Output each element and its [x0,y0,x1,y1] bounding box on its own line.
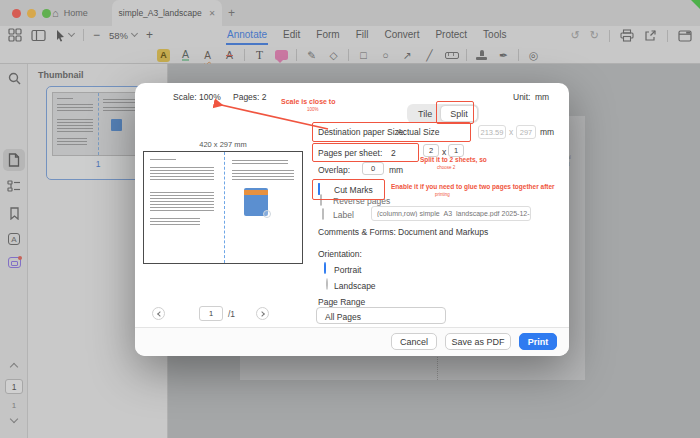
print-preview [143,151,303,264]
preview-text-lines [232,170,294,180]
preview-text-lines [150,192,214,213]
pages-per-sheet-value[interactable]: 2 [391,148,396,158]
preview-text-lines [150,218,200,226]
mode-segmented-control: Tile Split [407,104,479,123]
preview-text-lines [232,160,288,166]
preview-page-input[interactable] [199,306,223,321]
preview-graphic-magnifier [263,210,271,218]
grid-times: x [442,147,446,157]
pages-count-label: Pages: 2 [233,92,267,102]
landscape-radio[interactable] [326,278,328,290]
label-text-input[interactable] [371,206,531,221]
label-label: Label [333,210,354,220]
annotation-note-split: Split it to 2 sheets, so [420,156,487,163]
overlap-label: Overlap: [318,165,350,175]
save-as-pdf-button[interactable]: Save as PDF [445,333,511,350]
print-split-dialog: Scale: 100% Pages: 2 Unit: mm Tile Split… [135,83,569,356]
scale-label: Scale: 100% [173,92,221,102]
grid-cols-field[interactable] [423,144,439,157]
chevron-right-icon [259,311,265,317]
sheet-size-unit: mm [540,127,554,137]
chevron-left-icon [157,311,163,317]
unit-label: Unit: [513,92,530,102]
annotation-note-scale-sub: 100% [307,107,319,112]
destination-label: Destination paper Size: [318,127,406,137]
preview-size-label: 420 x 297 mm [143,140,303,149]
destination-value[interactable]: Actual Size [397,127,440,137]
preview-text-lines [150,159,176,161]
annotation-note-split-sub: choose 2 [437,165,455,170]
page-range-label: Page Range [318,297,365,307]
grid-rows-field[interactable] [448,144,464,157]
portrait-label: Portrait [334,265,361,275]
sheet-size-times: x [509,127,513,137]
page-range-value: All Pages [325,312,361,322]
label-checkbox[interactable] [322,208,324,220]
sheet-width-field[interactable] [478,125,506,139]
cancel-button[interactable]: Cancel [391,333,437,350]
overlap-unit: mm [389,165,403,175]
annotation-note-cut-marks: Enable it if you need to glue two pages … [391,183,555,190]
print-button[interactable]: Print [519,333,557,350]
preview-text-lines [150,167,214,181]
tab-split[interactable]: Split [441,106,477,121]
app-window: ⌂ Home simple_A3_landscape ✕ + − 58% + [0,0,700,438]
preview-split-line [224,152,225,263]
preview-graphic [244,188,268,216]
preview-prev-button[interactable] [152,307,165,320]
preview-next-button[interactable] [256,307,269,320]
preview-page-total: /1 [228,309,235,319]
cut-marks-label: Cut Marks [334,185,373,195]
preview-graphic-band [244,190,268,195]
comments-forms-value[interactable]: Document and Markups [398,227,488,237]
reverse-pages-checkbox[interactable] [320,194,322,206]
comments-forms-label: Comments & Forms: [318,227,396,237]
orientation-label: Orientation: [318,249,362,259]
unit-value: mm [535,92,549,102]
screen-corner-artifact [691,0,700,9]
page-range-dropdown[interactable]: All Pages [316,307,446,324]
annotation-note-scale: Scale is close to [281,98,335,105]
tab-tile[interactable]: Tile [409,106,441,121]
pages-per-sheet-label: Pages per sheet: [318,148,382,158]
overlap-field[interactable] [362,162,384,175]
annotation-note-cut-marks-sub: printing [435,192,450,197]
reverse-pages-label: Reverse pages [333,196,390,206]
dialog-footer: Cancel Save as PDF Print [135,327,569,356]
sheet-height-field[interactable] [516,125,536,139]
portrait-radio[interactable] [324,262,326,274]
landscape-label: Landscape [334,281,376,291]
